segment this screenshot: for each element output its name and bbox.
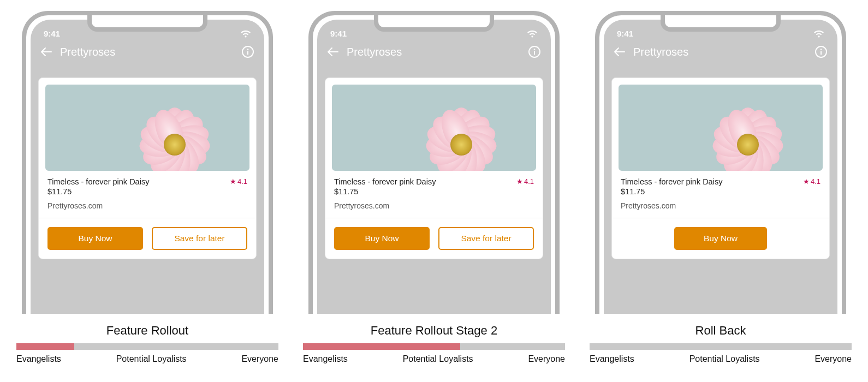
segment-labels: Evangelists Potential Loyalists Everyone — [303, 354, 565, 364]
star-icon: ★ — [516, 177, 523, 186]
app-title: Prettyroses — [347, 46, 520, 58]
product-title: Timeless - forever pink Daisy — [47, 177, 149, 186]
rollout-progress-bar — [16, 343, 278, 350]
product-price: $11.75 — [47, 187, 247, 196]
product-card: Timeless - forever pink Daisy ★4.1 $11.7… — [325, 77, 543, 259]
nav-bar: Prettyroses — [317, 40, 551, 63]
product-price: $11.75 — [621, 187, 821, 196]
back-icon[interactable] — [327, 47, 339, 57]
phone-frame: 9:41 Prettyroses — [308, 11, 560, 314]
app-title: Prettyroses — [60, 46, 234, 58]
save-later-button[interactable]: Save for later — [438, 227, 534, 250]
rollout-progress-bar — [303, 343, 565, 350]
phone-frame: 9:41 Prettyroses — [22, 11, 273, 314]
svg-point-1 — [247, 49, 249, 50]
rollout-progress-fill — [16, 343, 74, 350]
buy-now-button[interactable]: Buy Now — [674, 227, 767, 250]
stage-label: Roll Back — [695, 324, 746, 338]
product-domain: Prettyroses.com — [334, 201, 534, 210]
segment-potential-loyalists: Potential Loyalists — [403, 354, 473, 364]
svg-rect-5 — [534, 51, 535, 55]
app-title: Prettyroses — [633, 46, 807, 58]
svg-rect-8 — [821, 51, 822, 55]
nav-bar: Prettyroses — [604, 40, 837, 63]
segment-everyone: Everyone — [528, 354, 565, 364]
segment-evangelists: Evangelists — [16, 354, 61, 364]
segment-everyone: Everyone — [815, 354, 852, 364]
phone-notch — [87, 15, 207, 32]
star-icon: ★ — [230, 177, 236, 186]
info-icon[interactable] — [815, 45, 828, 58]
nav-bar: Prettyroses — [31, 40, 264, 63]
product-rating: ★4.1 — [516, 177, 534, 186]
product-rating: ★4.1 — [230, 177, 247, 186]
rollout-stage: 9:41 Prettyroses — [590, 11, 852, 371]
wifi-icon — [813, 30, 824, 38]
product-image — [332, 85, 536, 171]
rollout-progress-fill — [303, 343, 460, 350]
back-icon[interactable] — [614, 47, 626, 57]
stage-label: Feature Rollout — [106, 324, 188, 338]
status-time: 9:41 — [330, 29, 347, 38]
rollout-stage: 9:41 Prettyroses — [16, 11, 278, 371]
segment-evangelists: Evangelists — [590, 354, 634, 364]
segment-labels: Evangelists Potential Loyalists Everyone — [16, 354, 278, 364]
product-card: Timeless - forever pink Daisy ★4.1 $11.7… — [611, 77, 830, 259]
phone-notch — [374, 15, 494, 32]
segment-labels: Evangelists Potential Loyalists Everyone — [590, 354, 852, 364]
product-domain: Prettyroses.com — [621, 201, 821, 210]
star-icon: ★ — [803, 177, 810, 186]
product-domain: Prettyroses.com — [47, 201, 247, 210]
buy-now-button[interactable]: Buy Now — [47, 227, 143, 250]
phone-frame: 9:41 Prettyroses — [595, 11, 846, 314]
wifi-icon — [527, 30, 538, 38]
rollout-progress-bar — [590, 343, 852, 350]
phone-notch — [661, 15, 781, 32]
buy-now-button[interactable]: Buy Now — [334, 227, 430, 250]
stage-label: Feature Rollout Stage 2 — [371, 324, 497, 338]
rollout-stage: 9:41 Prettyroses — [303, 11, 565, 371]
product-image — [619, 85, 823, 171]
product-title: Timeless - forever pink Daisy — [621, 177, 722, 186]
status-time: 9:41 — [617, 29, 633, 38]
segment-potential-loyalists: Potential Loyalists — [689, 354, 760, 364]
wifi-icon — [240, 30, 251, 38]
svg-point-7 — [821, 49, 822, 50]
segment-everyone: Everyone — [241, 354, 278, 364]
segment-potential-loyalists: Potential Loyalists — [116, 354, 187, 364]
svg-rect-2 — [247, 51, 248, 55]
info-icon[interactable] — [241, 45, 254, 58]
segment-evangelists: Evangelists — [303, 354, 348, 364]
back-icon[interactable] — [40, 47, 52, 57]
product-price: $11.75 — [334, 187, 534, 196]
product-card: Timeless - forever pink Daisy ★4.1 $11.7… — [38, 77, 257, 259]
product-title: Timeless - forever pink Daisy — [334, 177, 436, 186]
product-rating: ★4.1 — [803, 177, 821, 186]
status-time: 9:41 — [44, 29, 60, 38]
save-later-button[interactable]: Save for later — [152, 227, 247, 250]
info-icon[interactable] — [528, 45, 541, 58]
product-image — [45, 85, 249, 171]
svg-point-4 — [534, 49, 536, 50]
